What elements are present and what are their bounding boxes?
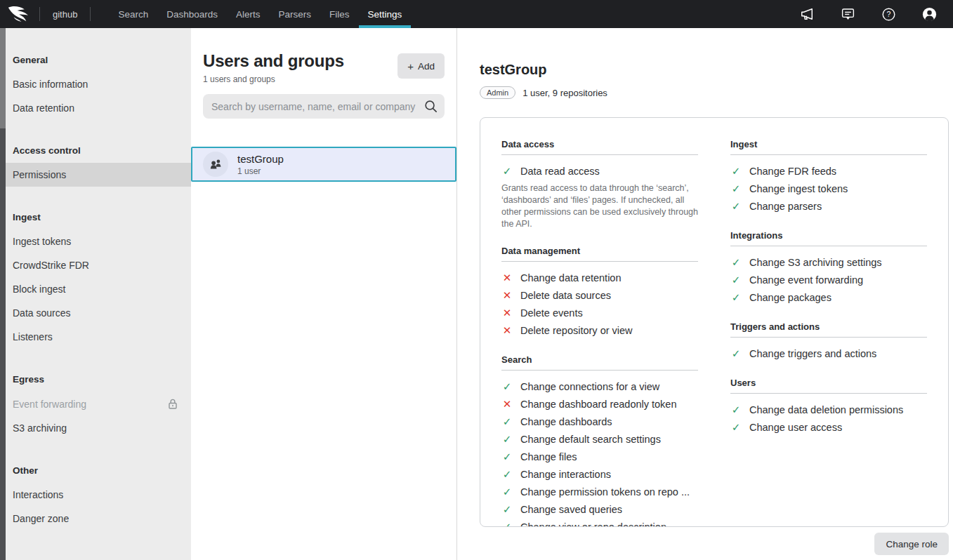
check-icon: ✓ [501,451,513,463]
permissions-column-right: Ingest ✓ Change FDR feeds ✓ Change inges… [730,139,927,505]
sidebar-item-ingest-tokens[interactable]: Ingest tokens [0,229,191,253]
section-title: Users [730,378,927,394]
sidebar-item-crowdstrike-fdr[interactable]: CrowdStrike FDR [0,253,191,277]
check-icon: ✓ [730,347,742,360]
tab-dashboards[interactable]: Dashboards [157,0,227,28]
section-title: Triggers and actions [730,321,927,338]
cross-icon: ✕ [501,324,513,337]
permission-item: ✓ Change dashboards [501,413,698,430]
top-nav: github Search Dashboards Alerts Parsers … [0,0,953,28]
section-data-access: Data access ✓ Data read access Grants re… [501,139,698,230]
section-triggers-and-actions: Triggers and actions ✓ Change triggers a… [730,321,927,362]
permission-item: ✓ Change triggers and actions [730,345,927,362]
sidebar-item-label: Event forwarding [13,399,86,410]
permission-item: ✓ Change saved queries [501,500,698,518]
check-icon: ✓ [730,421,742,434]
settings-sidebar: General Basic information Data retention… [0,28,191,560]
sidebar-scrollbar-thumb[interactable] [0,28,6,128]
section-title: Search [501,354,698,371]
check-icon: ✓ [730,274,742,286]
permission-description: Grants read access to data through the ‘… [501,182,698,230]
permission-item: ✓ Change files [501,448,698,465]
sidebar-item-danger-zone[interactable]: Danger zone [0,507,191,531]
sidebar-section-ingest: Ingest [0,206,191,228]
permission-item: ✓ Change data deletion permissions [730,401,927,418]
check-icon: ✓ [730,256,742,269]
search-box [203,94,445,119]
sidebar-item-s3-archiving[interactable]: S3 archiving [0,416,191,440]
group-list-item-testgroup[interactable]: testGroup 1 user [191,147,456,182]
section-title: Data access [501,139,698,155]
search-input[interactable] [203,94,445,119]
cross-icon: ✕ [501,398,513,411]
sidebar-section-general: General [0,49,191,71]
sidebar-section-other: Other [0,460,191,481]
sidebar-item-data-sources[interactable]: Data sources [0,301,191,325]
tab-settings[interactable]: Settings [359,0,412,28]
sidebar-item-basic-information[interactable]: Basic information [0,72,191,96]
tab-files[interactable]: Files [320,0,359,28]
permission-item: ✕ Change data retention [501,269,698,286]
check-icon: ✓ [501,415,513,428]
add-button-label: Add [418,61,435,72]
permission-item: ✕ Delete data sources [501,286,698,304]
add-button[interactable]: + Add [397,53,445,79]
permission-item: ✓ Change packages [730,288,927,306]
check-icon: ✓ [730,404,742,416]
permission-item: ✓ Change FDR feeds [730,162,927,180]
check-icon: ✓ [501,503,513,516]
sidebar-item-block-ingest[interactable]: Block ingest [0,277,191,301]
cross-icon: ✕ [501,289,513,302]
crowdstrike-falcon-logo[interactable] [0,0,39,28]
group-name: testGroup [237,153,284,165]
permission-item: ✕ Change dashboard readonly token [501,395,698,413]
section-search: Search ✓ Change connections for a view ✕… [501,354,698,527]
change-role-button[interactable]: Change role [874,533,949,555]
page-title: Users and groups [203,51,344,71]
sidebar-item-permissions[interactable]: Permissions [0,163,191,187]
sidebar-section-access-control: Access control [0,140,191,161]
group-meta: 1 user [237,166,284,176]
user-avatar-icon[interactable] [921,6,938,22]
sidebar-item-event-forwarding: Event forwarding [0,392,191,416]
group-people-icon [203,152,228,177]
permission-item: ✓ Change permission tokens on repo ... [501,483,698,500]
permission-item: ✓ Change user access [730,418,927,436]
check-icon: ✓ [501,380,513,393]
cross-icon: ✕ [501,272,513,284]
lock-icon [167,398,178,410]
feedback-chat-icon[interactable] [839,6,856,22]
permissions-card: Data access ✓ Data read access Grants re… [480,117,949,527]
sidebar-item-interactions[interactable]: Interactions [0,483,191,507]
permission-item: ✕ Delete events [501,304,698,321]
sidebar-scrollbar[interactable] [0,28,6,560]
section-integrations: Integrations ✓ Change S3 archiving setti… [730,230,927,306]
repo-name[interactable]: github [40,9,90,20]
plus-icon: + [407,60,414,72]
sidebar-item-data-retention[interactable]: Data retention [0,96,191,120]
check-icon: ✓ [501,433,513,446]
tab-alerts[interactable]: Alerts [227,0,270,28]
permission-item: ✓ Change event forwarding [730,271,927,288]
section-title: Integrations [730,230,927,246]
section-title: Ingest [730,139,927,155]
nav-tabs: Search Dashboards Alerts Parsers Files S… [109,0,411,28]
permissions-column-left: Data access ✓ Data read access Grants re… [501,139,698,505]
cross-icon: ✕ [501,307,513,319]
sidebar-section-egress: Egress [0,368,191,390]
help-icon[interactable]: ? [880,6,897,22]
tab-search[interactable]: Search [109,0,157,28]
permission-item: ✓ Change view or repo description [501,518,698,527]
check-icon: ✓ [501,165,513,178]
tab-parsers[interactable]: Parsers [270,0,321,28]
section-users: Users ✓ Change data deletion permissions… [730,378,927,436]
announcements-megaphone-icon[interactable] [798,6,815,22]
check-icon: ✓ [501,468,513,481]
permission-item: ✓ Change parsers [730,197,927,215]
sidebar-item-listeners[interactable]: Listeners [0,325,191,349]
permission-item: ✓ Change ingest tokens [730,180,927,197]
section-ingest: Ingest ✓ Change FDR feeds ✓ Change inges… [730,139,927,215]
group-detail-panel: testGroup Admin 1 user, 9 repositories D… [457,28,953,560]
role-badge: Admin [480,86,515,99]
check-icon: ✓ [730,165,742,178]
